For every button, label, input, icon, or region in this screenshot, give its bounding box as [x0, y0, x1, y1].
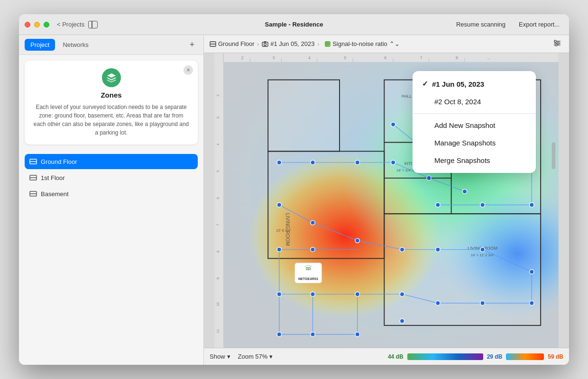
map-canvas[interactable]: 2 3 4 5 6 7 8 ... 2 3	[204, 53, 569, 348]
legend-mid: 29 dB	[487, 353, 503, 360]
svg-rect-8	[262, 42, 268, 46]
add-zone-button[interactable]: +	[186, 39, 198, 51]
chevron-1: ›	[257, 41, 259, 47]
snapshot-1-option[interactable]: ✓ #1 Jun 05, 2023	[413, 75, 536, 93]
svg-point-118	[355, 332, 359, 336]
close-button[interactable]	[25, 22, 30, 27]
svg-point-126	[480, 203, 485, 207]
map-toolbar: Ground Floor › #1 Jun 05, 2023 › Signal-…	[204, 35, 569, 53]
svg-point-117	[311, 332, 315, 336]
layout-icon[interactable]	[88, 21, 98, 28]
tab-project[interactable]: Project	[25, 39, 55, 51]
sidebar: Project Networks + × Zones Each level of…	[19, 35, 204, 365]
main-content: Project Networks + × Zones Each level of…	[19, 35, 569, 365]
svg-text:4: 4	[216, 144, 220, 145]
floor-list: Ground Floor 1st Floor Basement	[19, 150, 203, 205]
svg-point-115	[400, 292, 404, 296]
svg-rect-52	[384, 214, 541, 325]
svg-text:8: 8	[456, 55, 458, 60]
svg-text:10: 10	[216, 302, 220, 306]
svg-text:...: ...	[487, 55, 490, 60]
minimize-button[interactable]	[34, 22, 40, 27]
snapshot-1-label: #1 Jun 05, 2023	[432, 80, 484, 88]
svg-text:5: 5	[344, 55, 346, 60]
svg-point-101	[355, 160, 359, 164]
breadcrumb-snapshot[interactable]: #1 Jun 05, 2023	[262, 40, 314, 47]
signal-chevron: ⌃⌄	[389, 40, 400, 47]
zoom-button[interactable]: Zoom 57% ▾	[238, 353, 273, 360]
svg-text:8: 8	[216, 251, 220, 253]
legend-color-bar	[407, 353, 483, 360]
svg-text:2: 2	[216, 94, 220, 96]
titlebar-actions: Resume scanning Export report...	[452, 19, 563, 30]
export-report-button[interactable]: Export report...	[515, 19, 563, 30]
svg-point-112	[277, 292, 281, 296]
svg-point-107	[355, 238, 359, 243]
svg-text:4: 4	[308, 55, 311, 60]
svg-point-13	[554, 40, 556, 42]
svg-point-108	[400, 247, 404, 252]
svg-text:7: 7	[216, 224, 220, 226]
maximize-button[interactable]	[44, 22, 49, 27]
svg-text:15' 6 3/4": 15' 6 3/4"	[276, 228, 292, 233]
dropdown-divider-1	[413, 113, 536, 114]
breadcrumb-floor[interactable]: Ground Floor	[210, 40, 255, 47]
sliders-icon	[553, 39, 561, 47]
svg-point-131	[480, 301, 485, 305]
svg-point-105	[277, 203, 281, 207]
svg-point-104	[462, 189, 467, 193]
snapshot-dropdown: ✓ #1 Jun 05, 2023 #2 Oct 8, 2024 Add New…	[413, 71, 536, 173]
svg-point-132	[436, 301, 440, 305]
svg-text:NETGEAR01: NETGEAR01	[298, 277, 318, 280]
floor-icon-first	[29, 174, 37, 181]
legend-low: 44 dB	[388, 353, 404, 360]
merge-snapshots-label: Merge Snapshots	[434, 156, 490, 164]
svg-rect-138	[552, 142, 556, 169]
manage-snapshots-option[interactable]: Manage Snapshots	[413, 134, 536, 152]
map-area: Ground Floor › #1 Jun 05, 2023 › Signal-…	[204, 35, 569, 365]
resume-scanning-button[interactable]: Resume scanning	[452, 19, 509, 30]
add-snapshot-option[interactable]: Add New Snapshot	[413, 117, 536, 134]
check-icon: ✓	[422, 80, 428, 88]
signal-legend: 44 dB 29 dB 59 dB	[388, 353, 563, 360]
filter-button[interactable]	[551, 37, 563, 51]
merge-snapshots-option[interactable]: Merge Snapshots	[413, 152, 536, 169]
floor-label-basement: Basement	[41, 190, 69, 198]
titlebar: < Projects Sample - Residence Resume sca…	[19, 14, 569, 35]
snapshot-2-option[interactable]: #2 Oct 8, 2024	[413, 93, 536, 110]
svg-text:HALL: HALL	[402, 94, 412, 99]
svg-text:3: 3	[216, 117, 220, 118]
zones-icon	[102, 68, 121, 87]
floor-icon-ground	[29, 158, 37, 165]
zones-card: × Zones Each level of your surveyed loca…	[25, 61, 198, 144]
zoom-chevron: ▾	[269, 353, 273, 360]
zones-card-close[interactable]: ×	[184, 65, 193, 75]
floor-label-ground: Ground Floor	[41, 158, 77, 165]
tab-networks[interactable]: Networks	[57, 39, 94, 51]
layers-icon	[106, 72, 117, 83]
svg-point-130	[530, 301, 534, 305]
svg-point-125	[530, 203, 534, 207]
breadcrumb-snapshot-label: #1 Jun 05, 2023	[270, 40, 314, 47]
zones-description: Each level of your surveyed location nee…	[32, 103, 190, 137]
floor-plan-icon	[210, 41, 216, 47]
bottom-bar: Show ▾ Zoom 57% ▾ 44 dB 29 dB 59 dB	[204, 348, 569, 365]
floor-icon-basement	[29, 190, 37, 198]
signal-type-button[interactable]: Signal-to-noise ratio ⌃⌄	[322, 39, 403, 49]
floor-item-first[interactable]: 1st Floor	[25, 170, 198, 185]
back-projects[interactable]: < Projects	[57, 21, 84, 28]
show-button[interactable]: Show ▾	[210, 353, 230, 360]
svg-point-110	[277, 247, 281, 252]
svg-text:3: 3	[273, 55, 275, 60]
show-chevron: ▾	[227, 353, 230, 360]
floor-item-basement[interactable]: Basement	[25, 186, 198, 201]
svg-point-129	[530, 270, 534, 274]
legend-high: 59 dB	[548, 353, 563, 360]
svg-point-9	[264, 43, 266, 45]
signal-dot	[325, 41, 331, 47]
window-title: Sample - Residence	[265, 21, 323, 28]
chevron-2: ›	[318, 41, 320, 47]
svg-point-106	[311, 220, 315, 225]
floor-item-ground[interactable]: Ground Floor	[25, 154, 198, 169]
signal-label: Signal-to-noise ratio	[332, 40, 387, 47]
